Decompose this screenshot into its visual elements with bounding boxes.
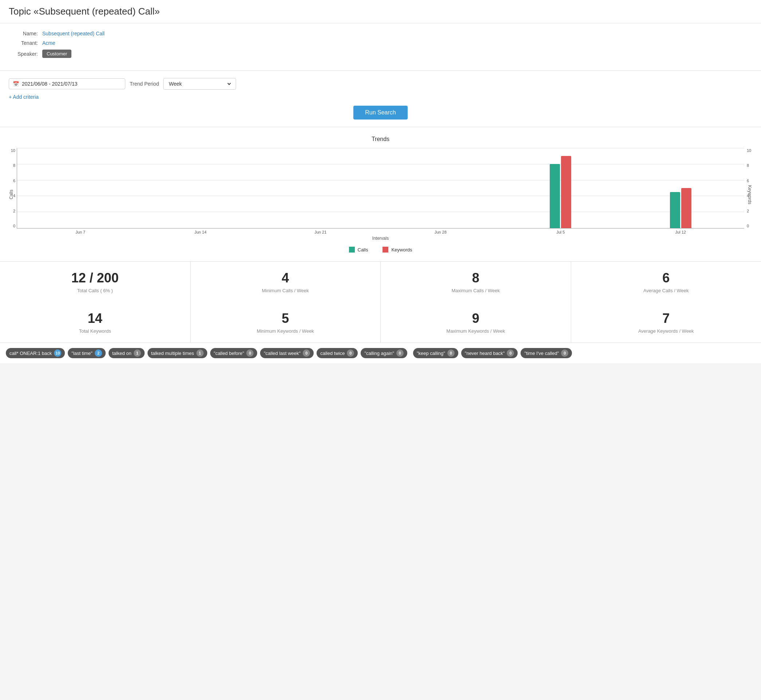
legend-keywords-label: Keywords bbox=[391, 247, 412, 253]
stat-max-keywords: 9 Maximum Keywords / Week bbox=[380, 302, 571, 342]
keyword-count-2: 1 bbox=[134, 350, 141, 357]
legend-calls: Calls bbox=[349, 247, 368, 253]
x-label-jun21: Jun 21 bbox=[260, 230, 380, 234]
keyword-text-7: "calling again" bbox=[364, 350, 394, 356]
stat-total-keywords: 14 Total Keywords bbox=[0, 302, 190, 342]
keyword-tag-2[interactable]: talked on 1 bbox=[109, 348, 145, 358]
add-criteria-link[interactable]: + Add criteria bbox=[9, 94, 39, 100]
speaker-row: Speaker: Customer bbox=[9, 50, 752, 58]
y-ticks-right: 10 8 6 4 2 0 bbox=[747, 148, 756, 228]
keyword-count-6: 0 bbox=[347, 350, 354, 357]
stat-avg-keywords-value: 7 bbox=[577, 311, 756, 326]
bar-calls-jul12 bbox=[670, 192, 680, 228]
tenant-label: Tenant: bbox=[9, 40, 38, 46]
keyword-text-3: talked multiple times bbox=[151, 350, 194, 356]
keyword-tag-5[interactable]: "called last week" 0 bbox=[260, 348, 313, 358]
chart-grid: 10 8 6 4 2 0 10 8 6 4 2 0 bbox=[17, 148, 744, 228]
info-section: Name: Subsequent (repeated) Call Tenant:… bbox=[0, 23, 761, 71]
page-header: Topic «Subsequent (repeated) Call» bbox=[0, 0, 761, 23]
stat-max-calls-label: Maximum Calls / Week bbox=[387, 288, 565, 293]
y-tick-right-4: 4 bbox=[747, 194, 756, 198]
keyword-text-9: "never heard back" bbox=[465, 350, 505, 356]
y-tick-right-10: 10 bbox=[747, 148, 756, 153]
trend-period-select-wrapper[interactable]: Week Month Day bbox=[163, 78, 236, 90]
legend-keywords: Keywords bbox=[382, 247, 412, 253]
keyword-text-8: "keep calling" bbox=[417, 350, 445, 356]
stats-grid-row1: 12 / 200 Total Calls ( 6% ) 4 Minimum Ca… bbox=[0, 262, 761, 302]
bar-group-jul5 bbox=[501, 156, 621, 228]
keywords-section: call* ONEAR:1 back 10 "last time" 2 talk… bbox=[0, 342, 761, 363]
keyword-tag-8[interactable]: "keep calling" 0 bbox=[413, 348, 458, 358]
x-axis-labels: Jun 7 Jun 14 Jun 21 Jun 28 Jul 5 Jul 12 bbox=[17, 230, 744, 234]
calendar-icon: 📅 bbox=[13, 81, 19, 87]
stat-avg-keywords-label: Average Keywords / Week bbox=[577, 328, 756, 334]
stat-min-keywords: 5 Minimum Keywords / Week bbox=[190, 302, 380, 342]
keyword-count-5: 0 bbox=[303, 350, 310, 357]
stat-total-calls-label: Total Calls ( 6% ) bbox=[6, 288, 184, 293]
chart-container: Calls 10 8 6 4 bbox=[9, 148, 752, 253]
stat-min-calls-value: 4 bbox=[196, 270, 375, 286]
keyword-tag-1[interactable]: "last time" 2 bbox=[68, 348, 106, 358]
keyword-tag-10[interactable]: "time I've called" 0 bbox=[521, 348, 572, 358]
x-label-jul5: Jul 5 bbox=[501, 230, 621, 234]
x-axis-title: Intervals bbox=[17, 236, 744, 241]
keyword-count-7: 0 bbox=[396, 350, 404, 357]
keyword-tag-0[interactable]: call* ONEAR:1 back 10 bbox=[6, 348, 65, 358]
keyword-tag-4[interactable]: "called before" 0 bbox=[210, 348, 257, 358]
keyword-count-1: 2 bbox=[95, 350, 102, 357]
x-label-jun28: Jun 28 bbox=[380, 230, 501, 234]
y-tick-10: 10 bbox=[6, 148, 15, 153]
run-search-button[interactable]: Run Search bbox=[353, 106, 408, 120]
y-tick-right-6: 6 bbox=[747, 178, 756, 183]
trend-period-select[interactable]: Week Month Day bbox=[167, 81, 232, 87]
stat-total-calls: 12 / 200 Total Calls ( 6% ) bbox=[0, 262, 190, 302]
keyword-tag-6[interactable]: called twice 0 bbox=[317, 348, 358, 358]
keyword-tag-7[interactable]: "calling again" 0 bbox=[361, 348, 407, 358]
trend-period-label: Trend Period bbox=[130, 81, 159, 87]
stat-max-calls: 8 Maximum Calls / Week bbox=[380, 262, 571, 302]
keyword-count-10: 0 bbox=[561, 350, 568, 357]
keyword-tag-9[interactable]: "never heard back" 0 bbox=[461, 348, 518, 358]
stat-min-calls-label: Minimum Calls / Week bbox=[196, 288, 375, 293]
stat-min-keywords-label: Minimum Keywords / Week bbox=[196, 328, 375, 334]
stat-min-keywords-value: 5 bbox=[196, 311, 375, 326]
keyword-count-3: 1 bbox=[196, 350, 204, 357]
y-tick-2: 2 bbox=[6, 209, 15, 213]
y-tick-6: 6 bbox=[6, 178, 15, 183]
speaker-badge: Customer bbox=[42, 50, 72, 58]
y-tick-right-0: 0 bbox=[747, 224, 756, 228]
tenant-row: Tenant: Acme bbox=[9, 40, 752, 46]
stat-avg-calls: 6 Average Calls / Week bbox=[571, 262, 761, 302]
keyword-text-10: "time I've called" bbox=[524, 350, 559, 356]
chart-area: Calls 10 8 6 4 bbox=[9, 148, 752, 241]
x-label-jul12: Jul 12 bbox=[621, 230, 741, 234]
keyword-count-0: 10 bbox=[54, 350, 61, 357]
date-range-input[interactable] bbox=[22, 81, 121, 87]
name-value[interactable]: Subsequent (repeated) Call bbox=[42, 31, 104, 36]
keyword-count-4: 0 bbox=[246, 350, 254, 357]
stat-max-calls-value: 8 bbox=[387, 270, 565, 286]
date-range-wrapper[interactable]: 📅 bbox=[9, 78, 125, 89]
stats-grid-row2: 14 Total Keywords 5 Minimum Keywords / W… bbox=[0, 302, 761, 342]
stat-max-keywords-label: Maximum Keywords / Week bbox=[387, 328, 565, 334]
stat-avg-calls-label: Average Calls / Week bbox=[577, 288, 756, 293]
name-label: Name: bbox=[9, 31, 38, 36]
stat-total-calls-value: 12 / 200 bbox=[6, 270, 184, 286]
keyword-count-9: 0 bbox=[507, 350, 514, 357]
search-row: 📅 Trend Period Week Month Day bbox=[9, 78, 752, 90]
x-label-jun7: Jun 7 bbox=[20, 230, 140, 234]
tenant-value[interactable]: Acme bbox=[42, 40, 55, 46]
y-tick-8: 8 bbox=[6, 163, 15, 168]
y-tick-right-2: 2 bbox=[747, 209, 756, 213]
keyword-count-8: 0 bbox=[448, 350, 455, 357]
stats-section: 12 / 200 Total Calls ( 6% ) 4 Minimum Ca… bbox=[0, 262, 761, 342]
stat-total-keywords-value: 14 bbox=[6, 311, 184, 326]
y-tick-right-8: 8 bbox=[747, 163, 756, 168]
stat-total-keywords-label: Total Keywords bbox=[6, 328, 184, 334]
chart-inner: 10 8 6 4 2 0 10 8 6 4 2 0 bbox=[17, 148, 744, 241]
bar-group-jul12 bbox=[621, 188, 741, 228]
bar-calls-jul5 bbox=[550, 164, 560, 228]
keyword-text-4: "called before" bbox=[214, 350, 245, 356]
keyword-tag-3[interactable]: talked multiple times 1 bbox=[148, 348, 207, 358]
legend-keywords-color bbox=[382, 247, 388, 253]
